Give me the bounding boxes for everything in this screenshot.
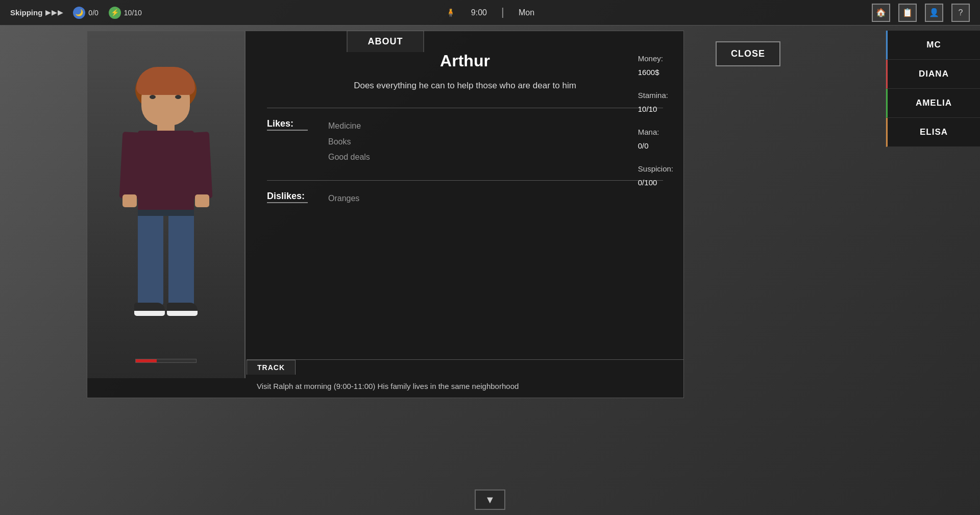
hud-time: 9:00: [471, 8, 487, 17]
suspicion-label: Suspicion:: [638, 162, 673, 176]
track-text: Visit Ralph at morning (9:00-11:00) His …: [257, 382, 519, 390]
skip-arrows[interactable]: ▶ ▶ ▶: [45, 9, 63, 16]
help-icon-btn[interactable]: ?: [951, 4, 970, 22]
character-panel: MC DIANA AMELIA ELISA: [886, 31, 980, 147]
bottom-nav: ▼: [475, 489, 505, 510]
mana-stat: Mana: 0/0: [638, 125, 673, 153]
map-icon-btn[interactable]: 🏠: [872, 4, 890, 22]
character-figure: [100, 52, 232, 378]
close-button[interactable]: CLOSE: [716, 41, 780, 66]
panel-item-diana[interactable]: DIANA: [886, 60, 980, 89]
dislike-item-1: Oranges: [328, 191, 359, 206]
arrow-1[interactable]: ▶: [45, 9, 51, 16]
dislikes-values: Oranges: [328, 191, 359, 206]
health-bar: [135, 359, 197, 363]
panel-item-mc[interactable]: MC: [886, 31, 980, 60]
stats-panel: Money: 1600$ Stamina: 10/10 Mana: 0/0 Su…: [638, 52, 673, 199]
likes-label: Likes:: [267, 118, 308, 129]
hud-bar: Skipping ▶ ▶ ▶ 🌙 0/0 ⚡ 10/10 🧍 9:00 Mon …: [0, 0, 980, 26]
info-area: Money: 1600$ Stamina: 10/10 Mana: 0/0 Su…: [247, 36, 683, 398]
hud-stamina-value: 10/10: [124, 9, 142, 17]
money-stat: Money: 1600$: [638, 52, 673, 79]
nav-arrow-down[interactable]: ▼: [475, 489, 505, 510]
like-item-2: Books: [328, 134, 370, 150]
money-label: Money:: [638, 52, 673, 65]
divider-2: [267, 180, 663, 181]
money-value: 1600$: [638, 65, 673, 79]
hud-mana-stat: 🌙 0/0: [73, 7, 98, 19]
skip-label: Skipping: [10, 8, 42, 17]
hud-right-icons: 🏠 📋 👤 ?: [872, 4, 970, 22]
hud-skip: Skipping ▶ ▶ ▶: [10, 8, 63, 17]
panel-item-amelia[interactable]: AMELIA: [886, 89, 980, 118]
hud-center: 🧍 9:00 Mon: [446, 8, 534, 18]
character-description: Does everything he can to help those who…: [267, 79, 663, 92]
mana-value: 0/0: [638, 139, 673, 153]
hud-day: Mon: [519, 8, 534, 17]
suspicion-value: 0/100: [638, 176, 673, 189]
likes-values: Medicine Books Good deals: [328, 118, 370, 165]
likes-section: Likes: Medicine Books Good deals: [267, 118, 663, 165]
character-portrait: [87, 31, 246, 378]
arrow-2[interactable]: ▶: [52, 9, 57, 16]
arrow-3[interactable]: ▶: [58, 9, 63, 16]
stamina-stat: Stamina: 10/10: [638, 88, 673, 116]
hud-mana-value: 0/0: [88, 9, 98, 17]
like-item-1: Medicine: [328, 118, 370, 134]
character-name: Arthur: [267, 52, 663, 70]
track-section: TRACK Visit Ralph at morning (9:00-11:00…: [247, 359, 683, 398]
health-bar-container: [135, 359, 197, 363]
divider-1: [267, 108, 663, 108]
stamina-label: Stamina:: [638, 88, 673, 102]
track-content: Visit Ralph at morning (9:00-11:00) His …: [247, 375, 683, 398]
track-tab[interactable]: TRACK: [247, 360, 296, 375]
dislikes-label: Dislikes:: [267, 191, 308, 202]
journal-icon-btn[interactable]: 📋: [898, 4, 917, 22]
hud-character-icon: 🧍: [446, 8, 456, 17]
inventory-icon-btn[interactable]: 👤: [925, 4, 943, 22]
panel-item-elisa[interactable]: ELISA: [886, 118, 980, 147]
stamina-value: 10/10: [638, 102, 673, 116]
suspicion-stat: Suspicion: 0/100: [638, 162, 673, 189]
dislikes-section: Dislikes: Oranges: [267, 191, 663, 206]
like-item-3: Good deals: [328, 150, 370, 165]
stamina-icon: ⚡: [109, 7, 121, 19]
character-dialog: ABOUT CLOSE: [87, 31, 684, 398]
time-divider: [502, 8, 503, 18]
mana-label: Mana:: [638, 125, 673, 139]
hud-stamina-stat: ⚡ 10/10: [109, 7, 142, 19]
mana-icon: 🌙: [73, 7, 85, 19]
health-bar-fill: [136, 359, 157, 362]
